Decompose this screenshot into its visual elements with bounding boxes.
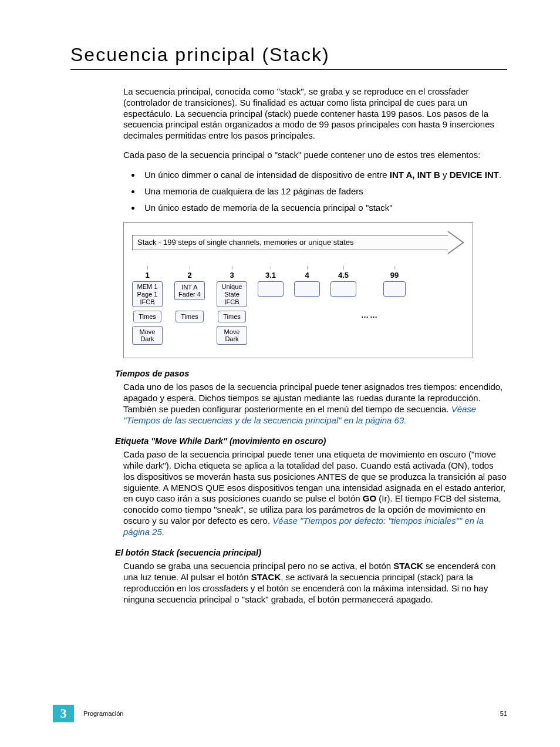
- title-rule: [70, 69, 507, 70]
- step-col-99: 99: [383, 266, 406, 300]
- bullet-bold: INT A, INT B: [390, 170, 440, 180]
- chapter-number-badge: 3: [53, 705, 74, 722]
- step-box-line: Dark: [134, 335, 161, 343]
- bullet-text: .: [499, 170, 501, 180]
- step-box-empty: [258, 281, 284, 297]
- step-col-4-5: 4.5: [330, 266, 356, 300]
- paragraph: Cuando se graba una secuencia principal …: [123, 561, 507, 605]
- page-title: Secuencia principal (Stack): [70, 44, 507, 66]
- page-footer: 3 Programación 51: [53, 705, 507, 722]
- step-box-empty: [383, 281, 406, 297]
- bold-run: GO: [363, 493, 376, 503]
- bold-run: STACK: [251, 572, 281, 582]
- step-number: 2: [187, 271, 191, 279]
- footer-page-number: 51: [500, 710, 507, 717]
- stack-diagram: Stack - 199 steps of single channels, me…: [123, 222, 473, 358]
- text-run: Cuando se graba una secuencia principal …: [123, 561, 393, 571]
- steps-row: 1 MEM 1 Page 1 IFCB Times Move Dark: [132, 266, 464, 348]
- step-box-line: Page 1: [134, 291, 161, 298]
- step-box-line: Move: [134, 328, 161, 336]
- move-dark-box: Move Dark: [217, 326, 247, 345]
- step-col-4: 4: [294, 266, 320, 300]
- step-number: 3: [230, 271, 234, 279]
- step-box-line: IFCB: [134, 298, 161, 306]
- list-item: Un único estado de memoria de la secuenc…: [141, 202, 507, 214]
- arrow-label: Stack - 199 steps of single channels, me…: [132, 235, 448, 250]
- step-number: 4.5: [338, 271, 349, 279]
- step-box-line: Fader 4: [176, 291, 203, 298]
- paragraph: Cada paso de la secuencia principal pued…: [123, 449, 507, 537]
- step-box-empty: [294, 281, 320, 297]
- paragraph: Cada uno de los pasos de la secuencia pr…: [123, 382, 507, 426]
- subhead-movedark: Etiqueta "Move While Dark" (movimiento e…: [115, 436, 507, 446]
- subhead-tiempos: Tiempos de pasos: [115, 369, 507, 378]
- step-number: 4: [305, 271, 309, 279]
- step-box-line: State: [218, 291, 245, 298]
- step-box-line: INT A: [176, 284, 203, 291]
- times-box: Times: [218, 311, 246, 322]
- intro-paragraph: La secuencia principal, conocida como "s…: [123, 86, 507, 142]
- step-box-line: MEM 1: [134, 283, 161, 291]
- step-col-3: 3 Unique State IFCB Times Move Dark: [217, 266, 247, 348]
- move-dark-box: Move Dark: [132, 326, 163, 345]
- step-box-empty: [330, 281, 356, 297]
- step-number: 3.1: [265, 271, 276, 279]
- step-number: 1: [145, 271, 149, 279]
- step-number: 99: [390, 271, 399, 279]
- text-run: Cada uno de los pasos de la secuencia pr…: [123, 382, 502, 414]
- times-box: Times: [133, 311, 161, 322]
- step-box-line: Dark: [218, 335, 245, 343]
- step-box: Unique State IFCB: [217, 281, 247, 307]
- bold-run: STACK: [393, 561, 423, 571]
- times-box: Times: [176, 311, 204, 322]
- bullet-bold: DEVICE INT: [450, 170, 499, 180]
- intro-lead: Cada paso de la secuencia principal o "s…: [123, 150, 507, 161]
- step-col-3-1: 3.1: [258, 266, 284, 300]
- arrow-row: Stack - 199 steps of single channels, me…: [132, 231, 464, 254]
- subhead-stackbtn: El botón Stack (secuencia principal): [115, 548, 507, 557]
- step-box: MEM 1 Page 1 IFCB: [132, 281, 163, 307]
- bullet-list: Un único dimmer o canal de intensidad de…: [123, 169, 507, 214]
- step-box-line: Unique: [218, 283, 245, 291]
- ellipsis-icon: ……: [361, 311, 379, 319]
- body-column: La secuencia principal, conocida como "s…: [123, 86, 507, 605]
- step-box: INT A Fader 4: [174, 281, 205, 300]
- bullet-text: Un único dimmer o canal de intensidad de…: [144, 170, 390, 180]
- step-col-1: 1 MEM 1 Page 1 IFCB Times Move Dark: [132, 266, 163, 348]
- step-col-2: 2 INT A Fader 4 Times: [174, 266, 205, 326]
- bullet-text: y: [440, 170, 450, 180]
- list-item: Un único dimmer o canal de intensidad de…: [141, 169, 507, 181]
- footer-section-name: Programación: [83, 710, 500, 717]
- step-box-line: Move: [218, 328, 245, 336]
- step-box-line: IFCB: [218, 298, 245, 306]
- arrow-head-icon: [448, 231, 464, 254]
- list-item: Una memoria de cualquiera de las 12 pági…: [141, 186, 507, 197]
